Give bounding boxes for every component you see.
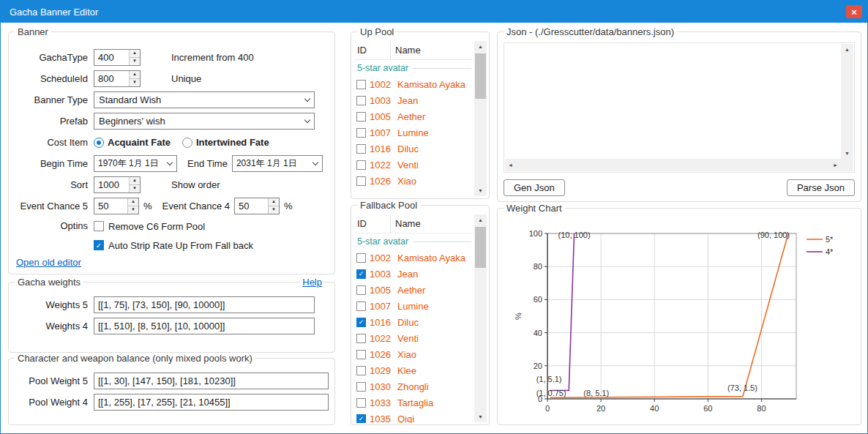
spin-down-icon[interactable]: ▼ (269, 206, 279, 214)
table-row[interactable]: 1007Lumine (354, 298, 473, 314)
table-row[interactable]: 1016Diluc (354, 141, 473, 157)
json-horizontal-scrollbar[interactable]: ◄ ► (505, 159, 841, 171)
fallback-pool-scrollbar[interactable]: ▲ ▼ (474, 214, 487, 422)
spin-up-icon[interactable]: ▲ (269, 198, 279, 206)
table-row[interactable]: 1033Tartaglia (354, 394, 473, 411)
row-checkbox[interactable] (356, 176, 366, 186)
scheduleid-input[interactable]: 800 ▲▼ (94, 70, 141, 87)
scroll-down-icon[interactable]: ▼ (841, 148, 853, 159)
help-link[interactable]: Help (300, 277, 324, 288)
scroll-up-icon[interactable]: ▲ (474, 41, 487, 52)
scroll-left-icon[interactable]: ◄ (505, 159, 516, 171)
pool-weight-4-input[interactable] (94, 394, 329, 411)
remove-c6-checkbox[interactable] (94, 221, 104, 231)
event-chance-4-input[interactable]: 50 ▲▼ (234, 198, 280, 214)
banner-group-title: Banner (15, 26, 51, 37)
row-checkbox[interactable] (356, 285, 366, 295)
json-vertical-scrollbar[interactable]: ▲ ▼ (841, 44, 853, 159)
table-row[interactable]: 1003Jean (354, 92, 473, 108)
row-checkbox[interactable] (356, 160, 366, 170)
spin-down-icon[interactable]: ▼ (128, 206, 138, 214)
table-row[interactable]: 1022Venti (354, 157, 473, 173)
table-row[interactable]: ✓1003Jean (354, 266, 473, 282)
row-checkbox[interactable] (356, 398, 366, 408)
gen-json-button[interactable]: Gen Json (504, 179, 565, 196)
event-chance-5-spin-buttons[interactable]: ▲▼ (127, 198, 138, 214)
weights-4-input[interactable] (94, 318, 315, 334)
row-checkbox[interactable] (356, 112, 366, 121)
row-checkbox[interactable] (356, 366, 366, 375)
svg-text:60: 60 (534, 295, 542, 304)
row-checkbox[interactable]: ✓ (356, 269, 366, 279)
row-checkbox[interactable] (356, 334, 366, 343)
gachatype-input[interactable]: 400 ▲▼ (94, 49, 141, 66)
table-row[interactable]: 1022Venti (354, 330, 473, 346)
spin-up-icon[interactable]: ▲ (128, 198, 138, 206)
row-checkbox[interactable]: ✓ (356, 318, 366, 327)
parse-json-button[interactable]: Parse Json (787, 179, 855, 196)
row-checkbox[interactable] (356, 96, 366, 105)
open-old-editor-link[interactable]: Open old editor (16, 257, 81, 268)
gachatype-row: GachaType 400 ▲▼ Increment from 400 (12, 47, 329, 68)
event-chance-5-input[interactable]: 50 ▲▼ (94, 198, 139, 214)
cost-item-option[interactable]: Acquaint Fate (94, 137, 171, 148)
row-checkbox[interactable] (356, 128, 366, 138)
pool-weight-5-input[interactable] (94, 373, 329, 389)
scrollbar-thumb[interactable] (475, 53, 486, 99)
scroll-up-icon[interactable]: ▲ (841, 44, 853, 55)
row-checkbox[interactable] (356, 350, 366, 359)
prefab-select[interactable]: Beginners' wish (94, 113, 315, 130)
table-row[interactable]: ✓1016Diluc (354, 314, 473, 330)
weights-5-input[interactable] (94, 296, 315, 313)
scroll-right-icon[interactable]: ► (830, 159, 841, 171)
row-checkbox[interactable] (356, 144, 366, 154)
end-time-picker[interactable]: 2031年 1月 1日 (232, 155, 323, 172)
json-content[interactable] (507, 45, 839, 157)
scroll-down-icon[interactable]: ▼ (474, 185, 487, 196)
up-pool-scrollbar[interactable]: ▲ ▼ (474, 41, 487, 196)
auto-strip-checkbox[interactable]: ✓ (94, 240, 104, 250)
spin-up-icon[interactable]: ▲ (130, 50, 140, 58)
table-row[interactable]: 1005Aether (354, 108, 473, 124)
scheduleid-spin-buttons[interactable]: ▲▼ (129, 71, 140, 86)
json-textarea[interactable]: ▲ ▼ ◄ ► (504, 42, 855, 173)
table-row[interactable]: 1002Kamisato Ayaka (354, 250, 473, 266)
row-id: 1030 (370, 381, 396, 392)
table-row[interactable]: ✓1035Qiqi (354, 411, 473, 423)
row-checkbox[interactable] (356, 302, 366, 311)
sort-spin-buttons[interactable]: ▲▼ (129, 177, 140, 192)
table-row[interactable]: 1029Klee (354, 362, 473, 378)
banner-type-row: Banner Type Standard Wish (12, 89, 329, 111)
spin-down-icon[interactable]: ▼ (130, 79, 140, 86)
pool-weight-4-row: Pool Weight 4 (12, 392, 329, 413)
banner-type-select[interactable]: Standard Wish (94, 91, 315, 108)
table-row[interactable]: 1026Xiao (354, 173, 473, 189)
row-checkbox[interactable]: ✓ (356, 414, 366, 424)
event-chance-5-unit: % (143, 201, 152, 212)
spin-up-icon[interactable]: ▲ (130, 177, 140, 185)
spin-down-icon[interactable]: ▼ (130, 185, 140, 192)
table-header: ID Name (354, 41, 473, 60)
scrollbar-thumb[interactable] (475, 227, 486, 268)
spin-up-icon[interactable]: ▲ (130, 71, 140, 79)
row-checkbox[interactable] (356, 80, 366, 89)
close-button[interactable]: × (846, 5, 862, 18)
name-column-header: Name (391, 41, 421, 59)
gachatype-spin-buttons[interactable]: ▲▼ (129, 50, 140, 65)
table-row[interactable]: 1030Zhongli (354, 378, 473, 394)
row-checkbox[interactable] (356, 382, 366, 392)
table-row[interactable]: 1005Aether (354, 282, 473, 298)
row-checkbox[interactable] (356, 253, 366, 263)
event-chance-4-spin-buttons[interactable]: ▲▼ (268, 198, 279, 214)
table-row[interactable]: 1007Lumine (354, 124, 473, 141)
id-column-header: ID (354, 41, 391, 59)
pool-weight-5-label: Pool Weight 5 (12, 375, 88, 386)
spin-down-icon[interactable]: ▼ (130, 58, 140, 65)
table-row[interactable]: 1002Kamisato Ayaka (354, 76, 473, 92)
cost-item-option[interactable]: Intertwined Fate (182, 137, 269, 148)
scroll-down-icon[interactable]: ▼ (474, 411, 487, 422)
begin-time-picker[interactable]: 1970年 1月 1日 (94, 155, 177, 172)
table-row[interactable]: 1026Xiao (354, 346, 473, 362)
scroll-up-icon[interactable]: ▲ (474, 214, 487, 225)
sort-input[interactable]: 1000 ▲▼ (94, 176, 141, 193)
